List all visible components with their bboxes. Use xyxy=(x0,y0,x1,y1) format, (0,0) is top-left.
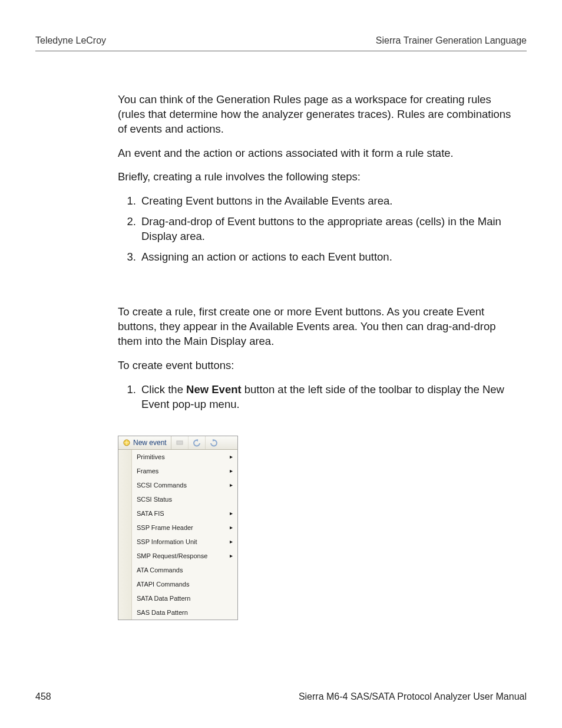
menu-item-smp-request-response[interactable]: SMP Request/Response ▸ xyxy=(132,549,237,563)
menu-item-ata-commands[interactable]: ATA Commands xyxy=(132,563,237,577)
popup-toolbar: New event xyxy=(118,436,237,450)
undo-button[interactable] xyxy=(189,436,206,449)
menu-item-ssp-info-unit[interactable]: SSP Information Unit ▸ xyxy=(132,535,237,549)
list-item: Assigning an action or actions to each E… xyxy=(139,250,521,265)
list-item: Drag-and-drop of Event buttons to the ap… xyxy=(139,215,521,244)
submenu-arrow-icon: ▸ xyxy=(230,467,233,475)
menu-item-label: SSP Information Unit xyxy=(137,538,197,546)
submenu-arrow-icon: ▸ xyxy=(230,509,233,518)
paragraph: Briefly, creating a rule involves the fo… xyxy=(118,170,521,185)
submenu-arrow-icon: ▸ xyxy=(230,552,233,560)
menu-item-sata-fis[interactable]: SATA FIS ▸ xyxy=(132,506,237,521)
menu-item-label: SATA Data Pattern xyxy=(137,594,190,603)
popup-menu: Primitives ▸ Frames ▸ SCSI Commands ▸ SC… xyxy=(118,450,237,620)
menu-item-label: Frames xyxy=(137,467,158,476)
menu-item-label: ATA Commands xyxy=(137,566,183,575)
document-page: Teledyne LeCroy Sierra Trainer Generatio… xyxy=(0,0,562,728)
steps-list-2: Click the New Event button at the left s… xyxy=(118,383,521,412)
body-content: You can think of the Generation Rules pa… xyxy=(35,93,527,621)
svg-rect-1 xyxy=(177,441,183,444)
new-event-label: New event xyxy=(133,438,167,447)
menu-item-sas-data-pattern[interactable]: SAS Data Pattern xyxy=(132,605,237,620)
menu-item-primitives[interactable]: Primitives ▸ xyxy=(132,450,237,464)
menu-item-scsi-commands[interactable]: SCSI Commands ▸ xyxy=(132,478,237,492)
menu-item-label: SMP Request/Response xyxy=(137,552,207,561)
menu-item-atapi-commands[interactable]: ATAPI Commands xyxy=(132,577,237,591)
menu-item-label: SCSI Commands xyxy=(137,481,187,490)
list-item: Creating Event buttons in the Available … xyxy=(139,194,521,209)
step-text-pre: Click the xyxy=(141,383,186,396)
menu-item-label: Primitives xyxy=(137,453,165,462)
redo-button[interactable] xyxy=(206,436,222,449)
menu-item-label: SCSI Status xyxy=(137,495,172,504)
paragraph: An event and the action or actions assoc… xyxy=(118,146,521,161)
new-event-icon xyxy=(123,439,131,447)
menu-item-scsi-status[interactable]: SCSI Status xyxy=(132,492,237,506)
header-left: Teledyne LeCroy xyxy=(35,34,106,47)
menu-item-label: SAS Data Pattern xyxy=(137,608,188,617)
steps-list-1: Creating Event buttons in the Available … xyxy=(118,194,521,265)
redo-icon xyxy=(210,439,218,447)
paragraph: To create event buttons: xyxy=(118,358,521,373)
menu-item-ssp-frame-header[interactable]: SSP Frame Header ▸ xyxy=(132,521,237,535)
step-text-bold: New Event xyxy=(186,383,242,396)
menu-item-label: SATA FIS xyxy=(137,509,164,518)
tool-icon xyxy=(176,439,184,447)
menu-icon-column xyxy=(118,450,132,620)
menu-item-label: ATAPI Commands xyxy=(137,580,189,589)
undo-icon xyxy=(193,439,201,447)
menu-item-label: SSP Frame Header xyxy=(137,523,193,532)
submenu-arrow-icon: ▸ xyxy=(230,453,233,461)
menu-item-frames[interactable]: Frames ▸ xyxy=(132,464,237,478)
paragraph: To create a rule, first create one or mo… xyxy=(118,305,521,349)
menu-items: Primitives ▸ Frames ▸ SCSI Commands ▸ SC… xyxy=(132,450,237,620)
page-footer: 458 Sierra M6-4 SAS/SATA Protocol Analyz… xyxy=(35,690,527,703)
page-number: 458 xyxy=(35,690,51,703)
new-event-button[interactable]: New event xyxy=(118,436,171,449)
paragraph: You can think of the Generation Rules pa… xyxy=(118,93,521,137)
header-rule xyxy=(35,51,527,51)
list-item: Click the New Event button at the left s… xyxy=(139,383,521,412)
submenu-arrow-icon: ▸ xyxy=(230,481,233,489)
submenu-arrow-icon: ▸ xyxy=(230,523,233,532)
page-header: Teledyne LeCroy Sierra Trainer Generatio… xyxy=(35,34,527,47)
submenu-arrow-icon: ▸ xyxy=(230,538,233,546)
header-right: Sierra Trainer Generation Language xyxy=(376,34,527,47)
new-event-popup: New event xyxy=(118,436,238,620)
toolbar-button-disabled[interactable] xyxy=(171,436,189,449)
menu-item-sata-data-pattern[interactable]: SATA Data Pattern xyxy=(132,591,237,605)
manual-title: Sierra M6-4 SAS/SATA Protocol Analyzer U… xyxy=(299,690,527,703)
